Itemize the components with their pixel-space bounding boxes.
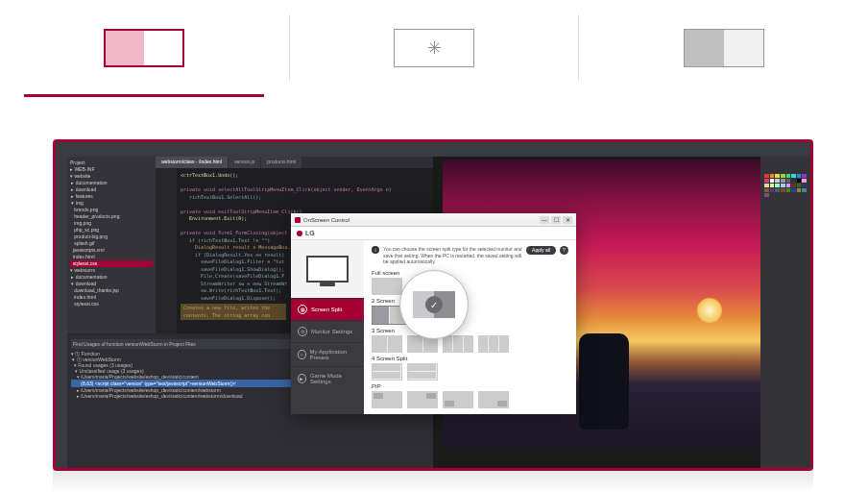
layout-pip-tl[interactable] bbox=[372, 391, 402, 408]
monitor-icon bbox=[306, 256, 349, 283]
swatch[interactable] bbox=[802, 188, 807, 192]
swatch[interactable] bbox=[764, 179, 769, 183]
swatch[interactable] bbox=[786, 188, 791, 192]
swatch[interactable] bbox=[770, 179, 775, 183]
sidebar-item-app-presets[interactable]: ☺ My Application Presets bbox=[291, 342, 364, 366]
swatch[interactable] bbox=[781, 188, 785, 192]
osc-titlebar[interactable]: OnScreen Control — ☐ ✕ bbox=[291, 213, 576, 227]
osc-brandbar: LG bbox=[291, 227, 576, 240]
label-fullscreen: Full screen bbox=[372, 270, 568, 276]
person-silhouette bbox=[579, 333, 629, 430]
tab-index: webstorm/class - /index.html bbox=[156, 157, 228, 168]
layout-pip-tr[interactable] bbox=[407, 391, 438, 408]
sidebar-item-screen-split[interactable]: ▦ Screen Split bbox=[291, 298, 364, 320]
ide-titlebar bbox=[56, 142, 433, 157]
screen-split-icon: ▦ bbox=[298, 305, 307, 314]
layout-3-cols-alt[interactable] bbox=[478, 335, 509, 353]
swatch[interactable] bbox=[791, 174, 796, 178]
osc-app-icon bbox=[295, 217, 301, 223]
loading-box-icon: ✳ bbox=[394, 29, 474, 67]
layout-3-left[interactable] bbox=[372, 335, 402, 353]
swatch[interactable] bbox=[791, 184, 796, 187]
label-pip: PIP bbox=[372, 383, 568, 389]
swatch[interactable] bbox=[786, 179, 791, 183]
swatch[interactable] bbox=[797, 188, 802, 192]
osc-sidebar: ▦ Screen Split ⚙ Monitor Settings ☺ My A… bbox=[291, 240, 364, 414]
close-button[interactable]: ✕ bbox=[563, 216, 572, 224]
sidebar-item-game-mode[interactable]: ▶ Game Mode Settings bbox=[291, 366, 364, 390]
label-3screen: 3 Screen bbox=[372, 328, 568, 333]
spinner-icon: ✳ bbox=[427, 37, 442, 59]
help-button[interactable]: ? bbox=[560, 246, 568, 255]
check-icon: ✓ bbox=[425, 296, 443, 313]
swatch[interactable] bbox=[764, 184, 769, 187]
top-tab-strip: ✳ bbox=[0, 0, 868, 96]
swatch[interactable] bbox=[797, 174, 802, 178]
info-icon: i bbox=[372, 246, 379, 254]
lg-logo-icon bbox=[297, 231, 302, 236]
swatch[interactable] bbox=[781, 179, 785, 183]
swatch[interactable] bbox=[786, 174, 791, 178]
user-icon: ☺ bbox=[298, 350, 306, 359]
tab-products: products.html bbox=[261, 157, 301, 168]
swatch[interactable] bbox=[770, 184, 775, 187]
swatch[interactable] bbox=[791, 179, 796, 183]
split-icon bbox=[104, 29, 184, 67]
sun bbox=[697, 298, 722, 323]
swatch[interactable] bbox=[775, 179, 780, 183]
swatch[interactable] bbox=[775, 188, 780, 192]
swatch[interactable] bbox=[797, 179, 802, 183]
label-4screen: 4 Screen Split bbox=[372, 356, 568, 361]
osc-mon-preview bbox=[291, 240, 364, 298]
apply-all-button[interactable]: Apply all bbox=[526, 246, 556, 255]
ide-project-tree[interactable]: Project ▸ WEB-INF ▾ website ▸ documentat… bbox=[67, 157, 156, 333]
swatch[interactable] bbox=[764, 174, 769, 178]
grey-split-icon bbox=[684, 29, 764, 67]
swatch[interactable] bbox=[797, 184, 802, 187]
swatch[interactable] bbox=[781, 184, 785, 187]
swatch[interactable] bbox=[775, 174, 780, 178]
swatch[interactable] bbox=[770, 174, 775, 178]
photo-editor-right-panels[interactable] bbox=[760, 157, 810, 468]
maximize-button[interactable]: ☐ bbox=[551, 216, 561, 224]
layout-pip-bl[interactable] bbox=[443, 391, 473, 408]
layout-fullscreen[interactable] bbox=[372, 278, 402, 295]
minimize-button[interactable]: — bbox=[540, 216, 549, 224]
ide-tool-strip bbox=[56, 157, 67, 468]
swatch[interactable] bbox=[802, 174, 807, 178]
tab-version: version.js bbox=[229, 157, 260, 168]
game-icon: ▶ bbox=[298, 374, 306, 383]
swatch[interactable] bbox=[781, 174, 785, 178]
tab-screen-split[interactable] bbox=[0, 0, 289, 96]
tab-grey[interactable] bbox=[579, 0, 868, 96]
layout-pip-br[interactable] bbox=[478, 391, 509, 408]
swatch[interactable] bbox=[802, 184, 807, 187]
layout-3-cols[interactable] bbox=[443, 335, 473, 353]
monitor-reflection bbox=[53, 469, 813, 492]
magnifier-lens: ✓ bbox=[399, 270, 469, 339]
swatch[interactable] bbox=[802, 179, 807, 183]
layout-4-grid-alt[interactable] bbox=[407, 363, 438, 381]
swatch[interactable] bbox=[786, 184, 791, 187]
swatch[interactable] bbox=[770, 188, 775, 192]
swatch[interactable] bbox=[791, 188, 796, 192]
layout-4-grid[interactable] bbox=[372, 363, 402, 381]
ide-editor-tabs[interactable]: webstorm/class - /index.html version.js … bbox=[156, 157, 433, 168]
sidebar-item-monitor-settings[interactable]: ⚙ Monitor Settings bbox=[291, 320, 364, 342]
osc-main-panel: i You can choose the screen split type f… bbox=[364, 240, 576, 414]
swatch[interactable] bbox=[764, 193, 769, 197]
photo-editor-menubar bbox=[433, 142, 810, 157]
swatch[interactable] bbox=[775, 184, 780, 187]
swatch[interactable] bbox=[764, 188, 769, 192]
osc-title-text: OnScreen Control bbox=[303, 217, 350, 223]
gear-icon: ⚙ bbox=[298, 327, 307, 336]
osc-info-bar: i You can choose the screen split type f… bbox=[372, 246, 568, 265]
tab-loading[interactable]: ✳ bbox=[290, 0, 579, 96]
color-swatches[interactable] bbox=[764, 174, 807, 197]
